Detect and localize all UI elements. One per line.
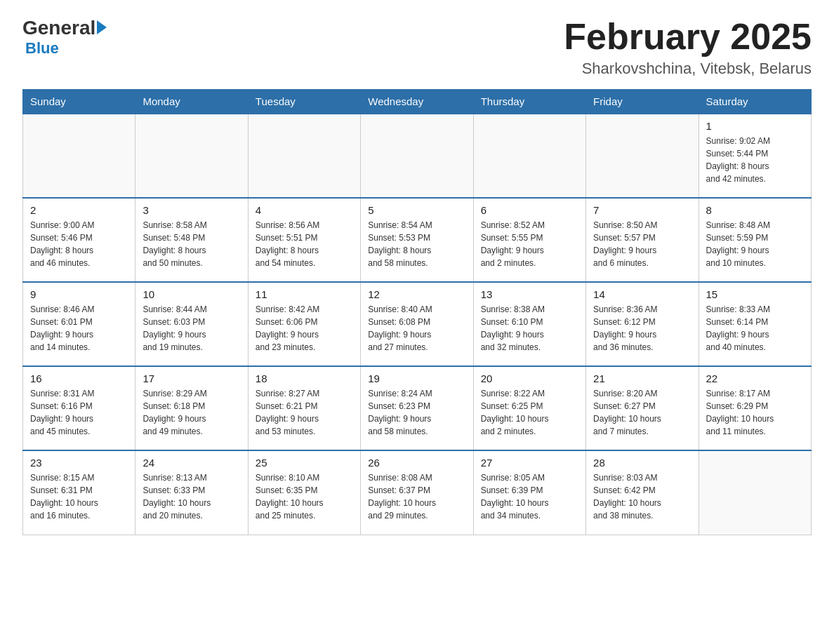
calendar-cell: 3Sunrise: 8:58 AMSunset: 5:48 PMDaylight… [135,198,248,282]
calendar-cell: 19Sunrise: 8:24 AMSunset: 6:23 PMDayligh… [361,366,473,450]
calendar-cell [135,114,248,198]
day-number: 5 [368,204,465,216]
calendar-cell: 25Sunrise: 8:10 AMSunset: 6:35 PMDayligh… [248,450,360,535]
calendar-cell: 23Sunrise: 8:15 AMSunset: 6:31 PMDayligh… [23,450,135,535]
calendar-cell: 18Sunrise: 8:27 AMSunset: 6:21 PMDayligh… [248,366,360,450]
day-info: Sunrise: 9:00 AMSunset: 5:46 PMDaylight:… [30,219,128,269]
day-info: Sunrise: 8:03 AMSunset: 6:42 PMDaylight:… [593,471,691,522]
header-monday: Monday [135,90,248,114]
calendar-cell [473,114,585,198]
calendar-cell: 6Sunrise: 8:52 AMSunset: 5:55 PMDaylight… [473,198,585,282]
week-row-5: 23Sunrise: 8:15 AMSunset: 6:31 PMDayligh… [23,450,812,535]
header-saturday: Saturday [699,90,811,114]
calendar-table: Sunday Monday Tuesday Wednesday Thursday… [22,89,812,535]
header-friday: Friday [586,90,699,114]
day-info: Sunrise: 8:15 AMSunset: 6:31 PMDaylight:… [30,471,128,522]
day-info: Sunrise: 8:56 AMSunset: 5:51 PMDaylight:… [256,219,353,269]
week-row-3: 9Sunrise: 8:46 AMSunset: 6:01 PMDaylight… [23,282,812,366]
day-info: Sunrise: 8:22 AMSunset: 6:25 PMDaylight:… [481,387,578,438]
day-number: 17 [143,373,240,384]
day-info: Sunrise: 8:33 AMSunset: 6:14 PMDaylight:… [706,303,804,354]
calendar-cell: 20Sunrise: 8:22 AMSunset: 6:25 PMDayligh… [473,366,585,450]
calendar-cell: 2Sunrise: 9:00 AMSunset: 5:46 PMDaylight… [23,198,135,282]
day-number: 9 [30,288,128,300]
day-number: 22 [706,373,804,384]
day-info: Sunrise: 8:40 AMSunset: 6:08 PMDaylight:… [368,303,465,354]
page-header: General Blue February 2025 Sharkovshchin… [22,17,812,78]
day-info: Sunrise: 8:58 AMSunset: 5:48 PMDaylight:… [143,219,240,269]
week-row-1: 1Sunrise: 9:02 AMSunset: 5:44 PMDaylight… [23,114,812,198]
day-info: Sunrise: 8:54 AMSunset: 5:53 PMDaylight:… [368,219,465,269]
day-info: Sunrise: 8:27 AMSunset: 6:21 PMDaylight:… [256,387,353,438]
day-number: 10 [143,288,240,300]
day-number: 18 [256,373,353,384]
logo-general: General [22,17,95,39]
logo-arrow-icon [97,20,107,34]
day-info: Sunrise: 8:05 AMSunset: 6:39 PMDaylight:… [481,471,578,522]
header-sunday: Sunday [23,90,135,114]
page-subtitle: Sharkovshchina, Vitebsk, Belarus [564,60,812,78]
logo-blue-label: Blue [25,39,59,57]
calendar-cell: 10Sunrise: 8:44 AMSunset: 6:03 PMDayligh… [135,282,248,366]
calendar-cell: 26Sunrise: 8:08 AMSunset: 6:37 PMDayligh… [361,450,473,535]
day-info: Sunrise: 8:42 AMSunset: 6:06 PMDaylight:… [256,303,353,354]
day-info: Sunrise: 8:29 AMSunset: 6:18 PMDaylight:… [143,387,240,438]
day-info: Sunrise: 8:10 AMSunset: 6:35 PMDaylight:… [256,471,353,522]
calendar-cell: 4Sunrise: 8:56 AMSunset: 5:51 PMDaylight… [248,198,360,282]
calendar-cell: 22Sunrise: 8:17 AMSunset: 6:29 PMDayligh… [699,366,811,450]
day-number: 13 [481,288,578,300]
calendar-cell: 9Sunrise: 8:46 AMSunset: 6:01 PMDaylight… [23,282,135,366]
day-number: 3 [143,204,240,216]
day-info: Sunrise: 8:50 AMSunset: 5:57 PMDaylight:… [593,219,691,269]
calendar-cell: 14Sunrise: 8:36 AMSunset: 6:12 PMDayligh… [586,282,699,366]
day-info: Sunrise: 8:31 AMSunset: 6:16 PMDaylight:… [30,387,128,438]
logo-text: General [22,17,107,39]
calendar-cell: 8Sunrise: 8:48 AMSunset: 5:59 PMDaylight… [699,198,811,282]
week-row-2: 2Sunrise: 9:00 AMSunset: 5:46 PMDaylight… [23,198,812,282]
day-number: 15 [706,288,804,300]
day-number: 21 [593,373,691,384]
calendar-cell [23,114,135,198]
page-title: February 2025 [564,17,812,57]
header-tuesday: Tuesday [248,90,360,114]
day-info: Sunrise: 8:46 AMSunset: 6:01 PMDaylight:… [30,303,128,354]
day-info: Sunrise: 8:13 AMSunset: 6:33 PMDaylight:… [143,471,240,522]
day-info: Sunrise: 8:17 AMSunset: 6:29 PMDaylight:… [706,387,804,438]
day-info: Sunrise: 8:24 AMSunset: 6:23 PMDaylight:… [368,387,465,438]
calendar-cell: 11Sunrise: 8:42 AMSunset: 6:06 PMDayligh… [248,282,360,366]
calendar-cell: 27Sunrise: 8:05 AMSunset: 6:39 PMDayligh… [473,450,585,535]
calendar-cell: 5Sunrise: 8:54 AMSunset: 5:53 PMDaylight… [361,198,473,282]
calendar-cell: 1Sunrise: 9:02 AMSunset: 5:44 PMDaylight… [699,114,811,198]
day-number: 19 [368,373,465,384]
calendar-cell: 12Sunrise: 8:40 AMSunset: 6:08 PMDayligh… [361,282,473,366]
calendar-cell [699,450,811,535]
day-number: 20 [481,373,578,384]
calendar-cell: 16Sunrise: 8:31 AMSunset: 6:16 PMDayligh… [23,366,135,450]
header-wednesday: Wednesday [361,90,473,114]
weekday-header-row: Sunday Monday Tuesday Wednesday Thursday… [23,90,812,114]
day-info: Sunrise: 8:44 AMSunset: 6:03 PMDaylight:… [143,303,240,354]
day-number: 11 [256,288,353,300]
day-info: Sunrise: 9:02 AMSunset: 5:44 PMDaylight:… [706,135,804,185]
day-number: 27 [481,457,578,469]
calendar-cell: 13Sunrise: 8:38 AMSunset: 6:10 PMDayligh… [473,282,585,366]
day-info: Sunrise: 8:48 AMSunset: 5:59 PMDaylight:… [706,219,804,269]
day-info: Sunrise: 8:20 AMSunset: 6:27 PMDaylight:… [593,387,691,438]
calendar-cell [586,114,699,198]
day-number: 16 [30,373,128,384]
day-number: 25 [256,457,353,469]
day-number: 28 [593,457,691,469]
day-info: Sunrise: 8:08 AMSunset: 6:37 PMDaylight:… [368,471,465,522]
day-info: Sunrise: 8:38 AMSunset: 6:10 PMDaylight:… [481,303,578,354]
header-thursday: Thursday [473,90,585,114]
calendar-cell [361,114,473,198]
day-number: 26 [368,457,465,469]
day-number: 1 [706,120,804,132]
day-info: Sunrise: 8:36 AMSunset: 6:12 PMDaylight:… [593,303,691,354]
calendar-cell: 7Sunrise: 8:50 AMSunset: 5:57 PMDaylight… [586,198,699,282]
day-number: 6 [481,204,578,216]
calendar-cell: 24Sunrise: 8:13 AMSunset: 6:33 PMDayligh… [135,450,248,535]
day-number: 12 [368,288,465,300]
day-info: Sunrise: 8:52 AMSunset: 5:55 PMDaylight:… [481,219,578,269]
day-number: 4 [256,204,353,216]
